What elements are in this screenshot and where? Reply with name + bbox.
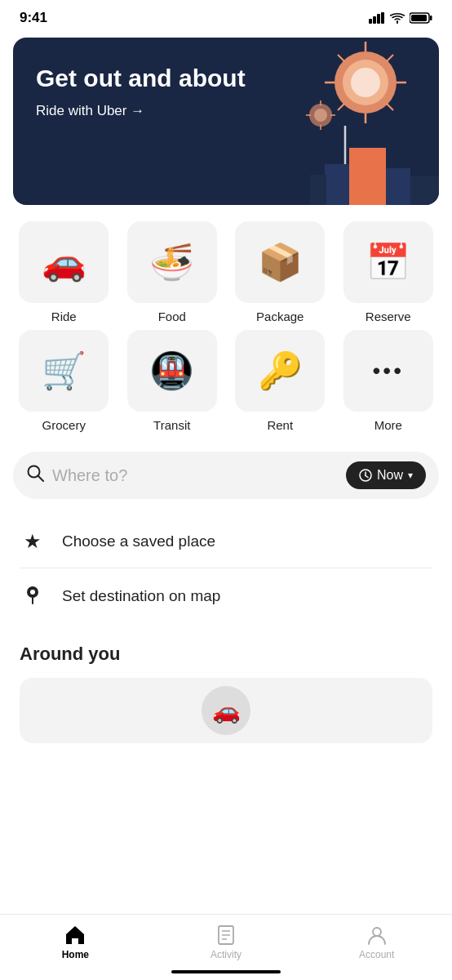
around-you-card[interactable]: 🚗 xyxy=(20,678,432,743)
tab-activity[interactable]: Activity xyxy=(151,924,302,960)
svg-rect-27 xyxy=(310,175,326,205)
svg-line-15 xyxy=(387,104,393,110)
ride-emoji: 🚗 xyxy=(42,244,86,280)
search-placeholder: Where to? xyxy=(52,466,346,485)
svg-rect-1 xyxy=(373,16,376,24)
fireworks-decoration xyxy=(259,38,439,205)
around-you-title: Around you xyxy=(20,644,432,665)
grocery-label: Grocery xyxy=(42,418,86,432)
activity-icon xyxy=(215,924,237,946)
car-icon: 🚗 xyxy=(212,697,241,724)
svg-line-31 xyxy=(38,476,44,482)
reserve-icon-box: 📅 xyxy=(343,221,433,303)
battery-icon xyxy=(410,12,432,24)
svg-point-36 xyxy=(30,590,35,595)
status-icons xyxy=(369,12,432,24)
around-you-section: Around you 🚗 xyxy=(0,624,452,756)
service-grid: 🚗 Ride 🍜 Food 📦 Package 📅 Reserve 🛒 Groc… xyxy=(0,221,452,432)
reserve-label: Reserve xyxy=(366,310,411,323)
more-icon-box: ••• xyxy=(343,330,433,412)
svg-rect-0 xyxy=(369,19,372,24)
transit-emoji: 🚇 xyxy=(149,353,194,389)
tab-activity-label: Activity xyxy=(210,949,242,960)
svg-point-19 xyxy=(314,109,327,122)
transit-icon-box: 🚇 xyxy=(127,330,217,412)
svg-point-42 xyxy=(373,928,381,936)
rent-emoji: 🔑 xyxy=(258,353,303,389)
svg-rect-29 xyxy=(410,176,439,205)
svg-line-16 xyxy=(338,104,344,110)
tab-bar: Home Activity Account xyxy=(0,914,452,980)
rent-icon-box: 🔑 xyxy=(235,330,325,412)
svg-line-17 xyxy=(387,55,393,61)
signal-icon xyxy=(369,12,385,24)
more-label: More xyxy=(374,418,402,432)
tab-account-label: Account xyxy=(359,949,394,960)
grocery-emoji: 🛒 xyxy=(42,353,86,389)
tab-account[interactable]: Account xyxy=(301,924,452,960)
grocery-icon-box: 🛒 xyxy=(19,330,109,412)
package-icon-box: 📦 xyxy=(235,221,325,303)
home-indicator xyxy=(171,970,281,973)
more-dots: ••• xyxy=(373,358,404,384)
svg-line-14 xyxy=(338,55,344,61)
food-label: Food xyxy=(158,310,186,323)
star-icon: ★ xyxy=(20,530,46,553)
map-destination-label: Set destination on map xyxy=(62,587,220,605)
hero-decoration xyxy=(259,38,439,205)
svg-rect-5 xyxy=(430,16,432,20)
food-emoji: 🍜 xyxy=(149,244,194,280)
rent-label: Rent xyxy=(267,418,293,432)
tab-home[interactable]: Home xyxy=(0,924,151,960)
service-item-grocery[interactable]: 🛒 Grocery xyxy=(13,330,115,432)
ride-label: Ride xyxy=(51,310,77,323)
status-bar: 9:41 xyxy=(0,0,452,33)
around-you-card-icon: 🚗 xyxy=(202,686,250,735)
reserve-emoji: 📅 xyxy=(366,244,410,280)
hero-banner[interactable]: Get out and about Ride with Uber → xyxy=(13,38,439,205)
now-label: Now xyxy=(377,468,403,483)
wifi-icon xyxy=(390,12,405,24)
svg-rect-2 xyxy=(377,14,380,24)
transit-label: Transit xyxy=(153,418,190,432)
map-pin-icon xyxy=(20,583,46,609)
svg-rect-26 xyxy=(349,148,386,205)
svg-rect-25 xyxy=(325,164,349,205)
saved-place-label: Choose a saved place xyxy=(62,532,215,550)
service-item-package[interactable]: 📦 Package xyxy=(229,221,331,323)
svg-rect-28 xyxy=(386,168,410,205)
map-destination-action[interactable]: Set destination on map xyxy=(0,568,452,624)
search-icon xyxy=(26,464,44,487)
account-icon xyxy=(366,924,388,946)
hero-title: Get out and about xyxy=(36,64,248,93)
svg-rect-3 xyxy=(381,12,384,24)
tab-home-label: Home xyxy=(62,949,89,960)
svg-rect-6 xyxy=(411,15,427,21)
food-icon-box: 🍜 xyxy=(127,221,217,303)
now-button[interactable]: Now ▾ xyxy=(346,461,426,489)
service-item-reserve[interactable]: 📅 Reserve xyxy=(338,221,440,323)
status-time: 9:41 xyxy=(20,10,47,26)
package-emoji: 📦 xyxy=(258,244,303,280)
home-icon xyxy=(64,924,86,946)
service-item-transit[interactable]: 🚇 Transit xyxy=(122,330,224,432)
service-item-rent[interactable]: 🔑 Rent xyxy=(229,330,331,432)
service-item-more[interactable]: ••• More xyxy=(338,330,440,432)
saved-place-action[interactable]: ★ Choose a saved place xyxy=(0,515,452,568)
clock-icon xyxy=(359,469,372,482)
ride-icon-box: 🚗 xyxy=(19,221,109,303)
service-item-ride[interactable]: 🚗 Ride xyxy=(13,221,115,323)
svg-line-34 xyxy=(366,476,368,478)
chevron-down-icon: ▾ xyxy=(408,470,413,481)
search-bar[interactable]: Where to? Now ▾ xyxy=(13,452,439,499)
svg-point-9 xyxy=(351,68,380,97)
service-item-food[interactable]: 🍜 Food xyxy=(122,221,224,323)
package-label: Package xyxy=(256,310,304,323)
